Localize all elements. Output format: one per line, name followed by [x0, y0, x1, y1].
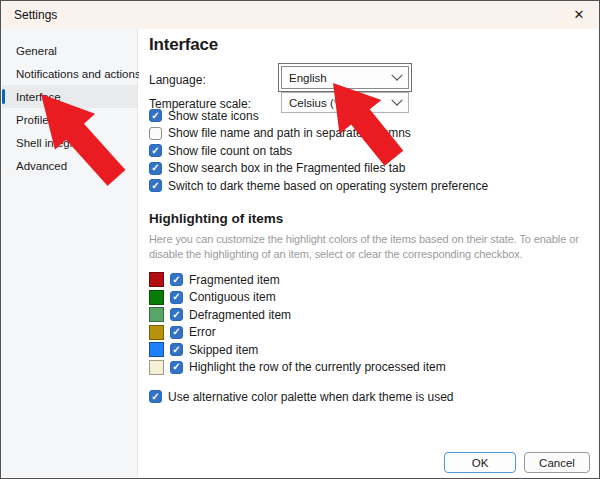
temperature-value: Celsius (°C) [289, 97, 350, 109]
option-row[interactable]: ✓ Show file count on tabs [149, 144, 488, 157]
sidebar-item[interactable]: Profiles [2, 108, 137, 131]
highlight-item-row[interactable]: ✓ Highlight the row of the currently pro… [149, 360, 446, 375]
sidebar-item-label: Interface [16, 91, 61, 103]
language-label: Language: [149, 73, 206, 87]
highlight-item-label: Contiguous item [189, 290, 276, 304]
cancel-button[interactable]: Cancel [524, 452, 590, 473]
highlight-item-label: Highlight the row of the currently proce… [189, 360, 446, 374]
sidebar-item[interactable]: Shell integration [2, 131, 137, 154]
checkbox[interactable]: ✓ [170, 308, 183, 321]
settings-window: Settings ✕ General Notifications and act… [0, 0, 600, 479]
color-swatch[interactable] [149, 290, 164, 305]
ok-button[interactable]: OK [444, 452, 516, 473]
checkbox[interactable]: ✓ [170, 361, 183, 374]
sidebar-item[interactable]: Interface [2, 85, 137, 108]
checkmark-icon: ✓ [151, 391, 159, 401]
highlight-item-row[interactable]: ✓ Contiguous item [149, 290, 446, 305]
checkmark-icon: ✓ [151, 110, 159, 120]
option-row[interactable]: ✓ Show state icons [149, 109, 488, 122]
sidebar-item[interactable]: Notifications and actions [2, 62, 137, 85]
checkbox[interactable]: ✓ [149, 179, 162, 192]
title-bar: Settings ✕ [1, 1, 599, 30]
highlighting-description: Here you can customize the highlight col… [149, 232, 587, 262]
option-label: Show file name and path in separate colu… [168, 126, 411, 140]
color-swatch[interactable] [149, 307, 164, 322]
checkbox[interactable]: ✓ [149, 144, 162, 157]
checkmark-icon: ✓ [151, 180, 159, 190]
highlight-item-label: Error [189, 325, 216, 339]
alt-palette-row[interactable]: ✓ Use alternative color palette when dar… [149, 390, 454, 403]
option-label: Show state icons [168, 109, 259, 123]
highlight-item-label: Skipped item [189, 343, 258, 357]
checkbox[interactable]: ✓ [149, 390, 162, 403]
language-select[interactable]: English [281, 66, 409, 89]
alt-palette-label: Use alternative color palette when dark … [168, 390, 454, 404]
color-swatch[interactable] [149, 325, 164, 340]
sidebar-item-label: General [16, 45, 57, 57]
option-row[interactable]: ✓ Switch to dark theme based on operatin… [149, 179, 488, 192]
chevron-down-icon [391, 69, 402, 80]
checkmark-icon: ✓ [172, 344, 180, 354]
checkbox[interactable]: ✓ [149, 127, 162, 140]
sidebar-item-label: Profiles [16, 114, 54, 126]
option-row[interactable]: ✓ Show search box in the Fragmented file… [149, 162, 488, 175]
checkbox[interactable]: ✓ [170, 326, 183, 339]
color-swatch[interactable] [149, 360, 164, 375]
checkmark-icon: ✓ [172, 292, 180, 302]
color-swatch[interactable] [149, 272, 164, 287]
checkbox[interactable]: ✓ [170, 273, 183, 286]
options-list: ✓ Show state icons ✓ Show file name and … [149, 109, 488, 192]
highlight-item-label: Defragmented item [189, 308, 291, 322]
interface-pane: Interface Language: English Temperature … [139, 29, 598, 477]
sidebar: General Notifications and actions Interf… [2, 29, 138, 477]
language-value: English [289, 72, 327, 84]
checkbox[interactable]: ✓ [170, 291, 183, 304]
color-swatch[interactable] [149, 342, 164, 357]
sidebar-item-label: Advanced [16, 160, 67, 172]
checkmark-icon: ✓ [172, 274, 180, 284]
checkbox[interactable]: ✓ [149, 109, 162, 122]
checkmark-icon: ✓ [151, 145, 159, 155]
checkmark-icon: ✓ [172, 362, 180, 372]
checkbox[interactable]: ✓ [170, 343, 183, 356]
sidebar-item-label: Shell integration [16, 137, 98, 149]
option-label: Show search box in the Fragmented files … [168, 161, 405, 175]
option-label: Show file count on tabs [168, 144, 292, 158]
checkmark-icon: ✓ [172, 309, 180, 319]
window-title: Settings [14, 8, 57, 22]
highlight-item-row[interactable]: ✓ Fragmented item [149, 272, 446, 287]
close-icon[interactable]: ✕ [570, 6, 588, 24]
chevron-down-icon [391, 94, 402, 105]
option-row[interactable]: ✓ Show file name and path in separate co… [149, 127, 488, 140]
checkbox[interactable]: ✓ [149, 162, 162, 175]
highlight-item-row[interactable]: ✓ Defragmented item [149, 307, 446, 322]
highlight-item-row[interactable]: ✓ Skipped item [149, 342, 446, 357]
checkmark-icon: ✓ [151, 163, 159, 173]
highlight-items-list: ✓ Fragmented item ✓ Contiguous item ✓ [149, 272, 446, 375]
option-label: Switch to dark theme based on operating … [168, 179, 488, 193]
sidebar-item-label: Notifications and actions [16, 68, 141, 80]
highlighting-section-title: Highlighting of items [149, 211, 283, 226]
page-title: Interface [149, 35, 218, 55]
highlight-item-label: Fragmented item [189, 273, 280, 287]
sidebar-item[interactable]: Advanced [2, 154, 137, 177]
checkmark-icon: ✓ [172, 327, 180, 337]
highlight-item-row[interactable]: ✓ Error [149, 325, 446, 340]
sidebar-item[interactable]: General [2, 39, 137, 62]
